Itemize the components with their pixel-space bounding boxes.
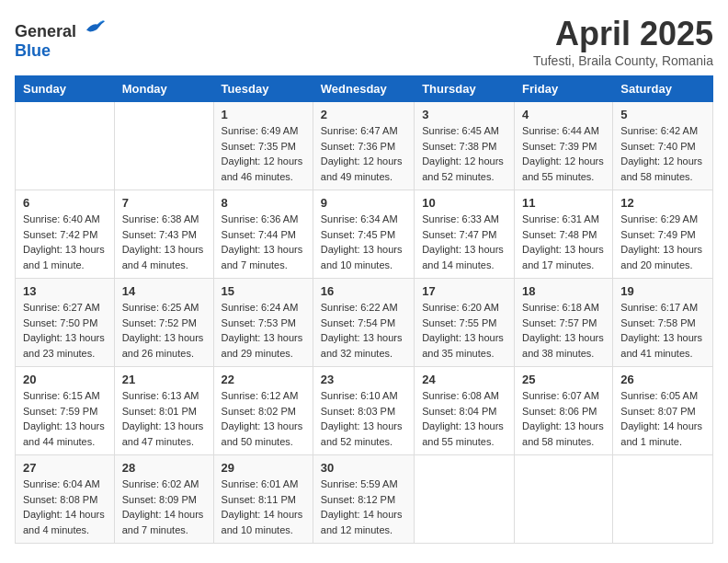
cell-content: Sunrise: 5:59 AM Sunset: 8:12 PM Dayligh…: [321, 477, 406, 537]
cell-content: Sunrise: 6:04 AM Sunset: 8:08 PM Dayligh…: [23, 477, 107, 537]
day-number: 21: [122, 373, 206, 386]
day-header-saturday: Saturday: [613, 76, 713, 102]
week-row-4: 20Sunrise: 6:15 AM Sunset: 7:59 PM Dayli…: [16, 367, 713, 455]
cell-content: Sunrise: 6:02 AM Sunset: 8:09 PM Dayligh…: [122, 477, 206, 537]
cell-content: Sunrise: 6:13 AM Sunset: 8:01 PM Dayligh…: [122, 388, 206, 449]
calendar-cell: [613, 455, 713, 544]
cell-content: Sunrise: 6:17 AM Sunset: 7:58 PM Dayligh…: [620, 300, 705, 361]
day-number: 4: [522, 108, 605, 121]
day-number: 18: [522, 284, 605, 298]
cell-content: Sunrise: 6:49 AM Sunset: 7:35 PM Dayligh…: [222, 123, 305, 184]
calendar-cell: 26Sunrise: 6:05 AM Sunset: 8:07 PM Dayli…: [613, 367, 713, 455]
calendar-cell: 20Sunrise: 6:15 AM Sunset: 7:59 PM Dayli…: [16, 367, 115, 455]
calendar-cell: 1Sunrise: 6:49 AM Sunset: 7:35 PM Daylig…: [213, 102, 313, 190]
logo-blue: Blue: [15, 41, 51, 60]
calendar-cell: 22Sunrise: 6:12 AM Sunset: 8:02 PM Dayli…: [213, 367, 313, 455]
calendar-cell: 25Sunrise: 6:07 AM Sunset: 8:06 PM Dayli…: [515, 367, 613, 455]
day-number: 13: [23, 284, 107, 298]
cell-content: Sunrise: 6:20 AM Sunset: 7:55 PM Dayligh…: [422, 300, 506, 361]
calendar-cell: 30Sunrise: 5:59 AM Sunset: 8:12 PM Dayli…: [313, 455, 414, 544]
day-number: 16: [321, 284, 406, 298]
cell-content: Sunrise: 6:36 AM Sunset: 7:44 PM Dayligh…: [222, 212, 305, 272]
calendar-cell: 3Sunrise: 6:45 AM Sunset: 7:38 PM Daylig…: [415, 102, 515, 190]
calendar-cell: 13Sunrise: 6:27 AM Sunset: 7:50 PM Dayli…: [16, 279, 115, 367]
day-number: 2: [321, 108, 406, 121]
calendar-cell: 12Sunrise: 6:29 AM Sunset: 7:49 PM Dayli…: [613, 190, 713, 279]
calendar-cell: 14Sunrise: 6:25 AM Sunset: 7:52 PM Dayli…: [114, 279, 213, 367]
cell-content: Sunrise: 6:18 AM Sunset: 7:57 PM Dayligh…: [522, 300, 605, 361]
calendar-cell: 17Sunrise: 6:20 AM Sunset: 7:55 PM Dayli…: [415, 279, 515, 367]
day-number: 30: [321, 461, 406, 475]
cell-content: Sunrise: 6:44 AM Sunset: 7:39 PM Dayligh…: [522, 123, 605, 184]
calendar-cell: 2Sunrise: 6:47 AM Sunset: 7:36 PM Daylig…: [313, 102, 414, 190]
calendar-cell: 18Sunrise: 6:18 AM Sunset: 7:57 PM Dayli…: [515, 279, 613, 367]
week-row-1: 1Sunrise: 6:49 AM Sunset: 7:35 PM Daylig…: [16, 102, 713, 190]
day-number: 1: [222, 108, 305, 121]
month-title: April 2025: [533, 15, 713, 53]
calendar-cell: 4Sunrise: 6:44 AM Sunset: 7:39 PM Daylig…: [515, 102, 613, 190]
day-number: 6: [23, 196, 107, 210]
week-row-3: 13Sunrise: 6:27 AM Sunset: 7:50 PM Dayli…: [16, 279, 713, 367]
cell-content: Sunrise: 6:10 AM Sunset: 8:03 PM Dayligh…: [321, 388, 406, 449]
day-number: 25: [522, 373, 605, 386]
cell-content: Sunrise: 6:47 AM Sunset: 7:36 PM Dayligh…: [321, 123, 406, 184]
calendar-cell: 16Sunrise: 6:22 AM Sunset: 7:54 PM Dayli…: [313, 279, 414, 367]
calendar-cell: 23Sunrise: 6:10 AM Sunset: 8:03 PM Dayli…: [313, 367, 414, 455]
cell-content: Sunrise: 6:07 AM Sunset: 8:06 PM Dayligh…: [522, 388, 605, 449]
day-number: 28: [122, 461, 206, 475]
cell-content: Sunrise: 6:01 AM Sunset: 8:11 PM Dayligh…: [222, 477, 305, 537]
calendar-cell: [415, 455, 515, 544]
day-number: 7: [122, 196, 206, 210]
calendar-cell: 9Sunrise: 6:34 AM Sunset: 7:45 PM Daylig…: [313, 190, 414, 279]
cell-content: Sunrise: 6:12 AM Sunset: 8:02 PM Dayligh…: [222, 388, 305, 449]
day-number: 9: [321, 196, 406, 210]
day-number: 29: [222, 461, 305, 475]
logo-general: General: [15, 22, 76, 40]
calendar-table: SundayMondayTuesdayWednesdayThursdayFrid…: [15, 75, 713, 544]
calendar-cell: 19Sunrise: 6:17 AM Sunset: 7:58 PM Dayli…: [613, 279, 713, 367]
cell-content: Sunrise: 6:31 AM Sunset: 7:48 PM Dayligh…: [522, 212, 605, 272]
day-header-friday: Friday: [515, 76, 613, 102]
week-row-2: 6Sunrise: 6:40 AM Sunset: 7:42 PM Daylig…: [16, 190, 713, 279]
calendar-cell: [114, 102, 213, 190]
calendar-cell: 27Sunrise: 6:04 AM Sunset: 8:08 PM Dayli…: [16, 455, 115, 544]
cell-content: Sunrise: 6:38 AM Sunset: 7:43 PM Dayligh…: [122, 212, 206, 272]
calendar-cell: 11Sunrise: 6:31 AM Sunset: 7:48 PM Dayli…: [515, 190, 613, 279]
logo: General Blue: [15, 15, 105, 61]
day-header-wednesday: Wednesday: [313, 76, 414, 102]
day-number: 19: [620, 284, 705, 298]
day-header-sunday: Sunday: [16, 76, 115, 102]
cell-content: Sunrise: 6:45 AM Sunset: 7:38 PM Dayligh…: [422, 123, 506, 184]
day-number: 14: [122, 284, 206, 298]
day-number: 8: [222, 196, 305, 210]
cell-content: Sunrise: 6:34 AM Sunset: 7:45 PM Dayligh…: [321, 212, 406, 272]
calendar-cell: 24Sunrise: 6:08 AM Sunset: 8:04 PM Dayli…: [415, 367, 515, 455]
calendar-cell: 21Sunrise: 6:13 AM Sunset: 8:01 PM Dayli…: [114, 367, 213, 455]
day-number: 26: [620, 373, 705, 386]
day-number: 24: [422, 373, 506, 386]
cell-content: Sunrise: 6:27 AM Sunset: 7:50 PM Dayligh…: [23, 300, 107, 361]
cell-content: Sunrise: 6:22 AM Sunset: 7:54 PM Dayligh…: [321, 300, 406, 361]
cell-content: Sunrise: 6:40 AM Sunset: 7:42 PM Dayligh…: [23, 212, 107, 272]
calendar-cell: 28Sunrise: 6:02 AM Sunset: 8:09 PM Dayli…: [114, 455, 213, 544]
calendar-cell: 15Sunrise: 6:24 AM Sunset: 7:53 PM Dayli…: [213, 279, 313, 367]
logo-bird-icon: [83, 15, 105, 37]
day-number: 27: [23, 461, 107, 475]
title-block: April 2025 Tufesti, Braila County, Roman…: [533, 15, 713, 68]
cell-content: Sunrise: 6:25 AM Sunset: 7:52 PM Dayligh…: [122, 300, 206, 361]
cell-content: Sunrise: 6:05 AM Sunset: 8:07 PM Dayligh…: [620, 388, 705, 449]
day-number: 5: [620, 108, 705, 121]
day-number: 3: [422, 108, 506, 121]
cell-content: Sunrise: 6:29 AM Sunset: 7:49 PM Dayligh…: [620, 212, 705, 272]
calendar-cell: 6Sunrise: 6:40 AM Sunset: 7:42 PM Daylig…: [16, 190, 115, 279]
logo-text: General Blue: [15, 15, 105, 61]
calendar-cell: 10Sunrise: 6:33 AM Sunset: 7:47 PM Dayli…: [415, 190, 515, 279]
calendar-cell: 7Sunrise: 6:38 AM Sunset: 7:43 PM Daylig…: [114, 190, 213, 279]
day-number: 15: [222, 284, 305, 298]
location-subtitle: Tufesti, Braila County, Romania: [533, 53, 713, 68]
days-header-row: SundayMondayTuesdayWednesdayThursdayFrid…: [16, 76, 713, 102]
page-header: General Blue April 2025 Tufesti, Braila …: [15, 15, 713, 68]
week-row-5: 27Sunrise: 6:04 AM Sunset: 8:08 PM Dayli…: [16, 455, 713, 544]
day-header-monday: Monday: [114, 76, 213, 102]
day-number: 11: [522, 196, 605, 210]
